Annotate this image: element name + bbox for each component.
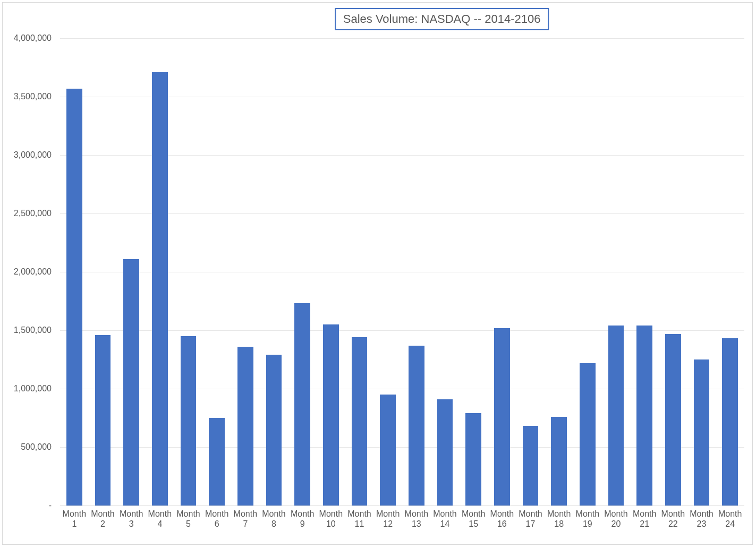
bar	[66, 89, 82, 506]
bar	[608, 326, 624, 506]
y-tick-label: 3,000,000	[14, 150, 52, 160]
x-tick-label: Month7	[231, 509, 260, 529]
y-tick-label: 1,000,000	[14, 384, 52, 393]
x-tick-label: Month1	[60, 509, 89, 529]
x-tick-label: Month2	[89, 509, 117, 529]
bar	[209, 418, 225, 506]
bar	[494, 328, 510, 506]
bar	[266, 355, 282, 506]
bar	[636, 326, 652, 506]
x-tick-label: Month8	[260, 509, 288, 529]
x-axis-labels: Month1Month2Month3Month4Month5Month6Mont…	[60, 509, 744, 538]
x-tick-label: Month16	[488, 509, 516, 529]
bar	[551, 417, 567, 506]
bar	[665, 334, 681, 506]
bar	[237, 347, 253, 506]
x-tick-label: Month12	[373, 509, 402, 529]
x-tick-label: Month17	[516, 509, 545, 529]
x-tick-label: Month20	[602, 509, 631, 529]
y-tick-label: 2,500,000	[14, 209, 52, 218]
x-tick-label: Month15	[459, 509, 488, 529]
y-tick-label: 4,000,000	[14, 33, 52, 43]
bar	[294, 303, 310, 506]
y-tick-label: 2,000,000	[14, 267, 52, 277]
x-tick-label: Month3	[117, 509, 146, 529]
x-tick-label: Month10	[317, 509, 345, 529]
bar	[580, 363, 596, 506]
x-tick-label: Month14	[431, 509, 460, 529]
y-tick-label: 3,500,000	[14, 92, 52, 101]
bar	[380, 395, 396, 506]
y-tick-label: -	[49, 501, 52, 510]
bar	[95, 335, 111, 506]
chart-frame: Sales Volume: NASDAQ -- 2014-2106 - 500,…	[2, 2, 753, 545]
x-tick-label: Month6	[202, 509, 231, 529]
bar	[409, 346, 424, 506]
bar	[123, 259, 139, 506]
x-tick-label: Month24	[716, 509, 744, 529]
x-tick-label: Month19	[573, 509, 602, 529]
x-tick-label: Month21	[630, 509, 659, 529]
bar	[152, 72, 168, 506]
bar	[323, 324, 339, 506]
bar	[465, 413, 481, 506]
y-tick-label: 1,500,000	[14, 326, 52, 335]
bars-container	[60, 38, 744, 506]
x-tick-label: Month11	[345, 509, 374, 529]
bar	[352, 337, 368, 506]
y-tick-label: 500,000	[21, 442, 52, 452]
x-tick-label: Month18	[545, 509, 573, 529]
y-axis-labels: - 500,000 1,000,000 1,500,000 2,000,000 …	[3, 38, 56, 506]
chart-title: Sales Volume: NASDAQ -- 2014-2106	[335, 8, 549, 30]
plot-area	[60, 38, 744, 506]
x-tick-label: Month9	[288, 509, 317, 529]
bar	[694, 359, 710, 506]
bar	[437, 399, 453, 506]
x-tick-label: Month4	[146, 509, 174, 529]
x-tick-label: Month22	[659, 509, 687, 529]
bar	[722, 338, 738, 506]
x-tick-label: Month13	[402, 509, 431, 529]
bar	[523, 426, 539, 506]
x-tick-label: Month5	[174, 509, 203, 529]
bar	[181, 336, 197, 506]
axis-baseline	[60, 506, 744, 506]
x-tick-label: Month23	[687, 509, 716, 529]
